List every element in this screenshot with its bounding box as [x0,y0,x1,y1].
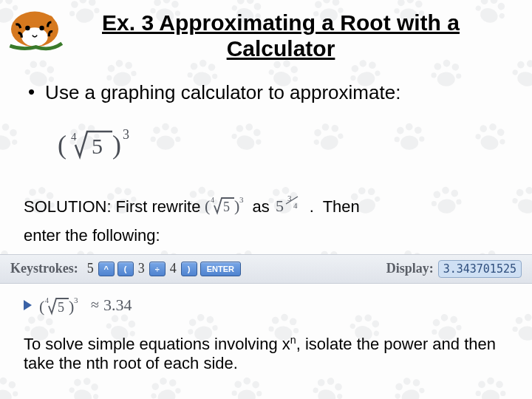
key-divide: ÷ [149,262,166,276]
svg-text:3: 3 [123,127,129,142]
expression-small-radical: ( 4 5 ) 3 [205,194,248,220]
keystroke-strip: Keystrokes: 5 ^ ( 3 ÷ 4 ) ENTER Display:… [0,254,532,284]
solution-line-2: enter the following: [22,226,510,245]
svg-text:4: 4 [45,296,49,304]
footer-sup: n [290,334,296,346]
result-value: 3.34 [103,296,132,315]
svg-text:4: 4 [211,196,214,204]
svg-point-297 [39,26,44,30]
solution-mid: as [252,197,269,216]
svg-text:5: 5 [276,197,284,215]
solution-pre: First rewrite [116,197,201,216]
svg-text:): ) [112,130,121,160]
result-expression: ( 4 5 ) 3 ≈ 3.34 [39,294,132,316]
svg-text:5: 5 [92,134,103,158]
key-lparen: ( [117,262,134,276]
footer-part1: To solve simple equations involving x [24,335,290,353]
slide-title: Ex. 3 Approximating a Root with a Calcul… [22,10,510,61]
result-row: ( 4 5 ) 3 ≈ 3.34 [18,294,510,316]
svg-text:3: 3 [239,195,244,204]
display-label: Display: [386,261,434,276]
svg-text:(: ( [58,130,66,160]
expression-five-three-fourths: 5 3 4 [274,194,305,220]
key-rparen: ) [181,262,197,276]
display-value: 3.343701525 [438,260,522,278]
key-enter: ENTER [200,262,241,276]
svg-text:3: 3 [74,296,78,304]
triangle-bullet-icon [24,300,32,310]
key-caret: ^ [98,262,115,276]
svg-text:(: ( [39,297,44,316]
svg-text:(: ( [205,197,210,215]
keystroke-5: 5 [87,261,94,276]
svg-text:5: 5 [58,300,64,315]
svg-text:5: 5 [223,200,230,214]
bullet-text: Use a graphing calculator to approximate… [45,81,400,105]
tiger-image [4,4,65,52]
svg-point-296 [25,26,30,30]
solution-line-1: SOLUTION: First rewrite ( 4 5 ) 3 as 5 3 [22,194,510,220]
bullet-marker: • [28,81,35,103]
svg-text:4: 4 [71,131,77,143]
keystroke-4: 4 [170,261,177,276]
slide-content: Ex. 3 Approximating a Root with a Calcul… [0,0,532,399]
keystrokes-label: Keystrokes: [10,261,78,276]
bullet-item: • Use a graphing calculator to approxima… [22,81,510,105]
solution-post: . Then [310,197,360,216]
svg-text:4: 4 [293,201,298,210]
keystroke-3: 3 [138,261,145,276]
footer-text: To solve simple equations involving xn, … [22,334,510,374]
expression-cubed-fourth-root-5: ( 4 5 ) 3 [58,123,510,168]
solution-label: SOLUTION: [24,197,112,216]
